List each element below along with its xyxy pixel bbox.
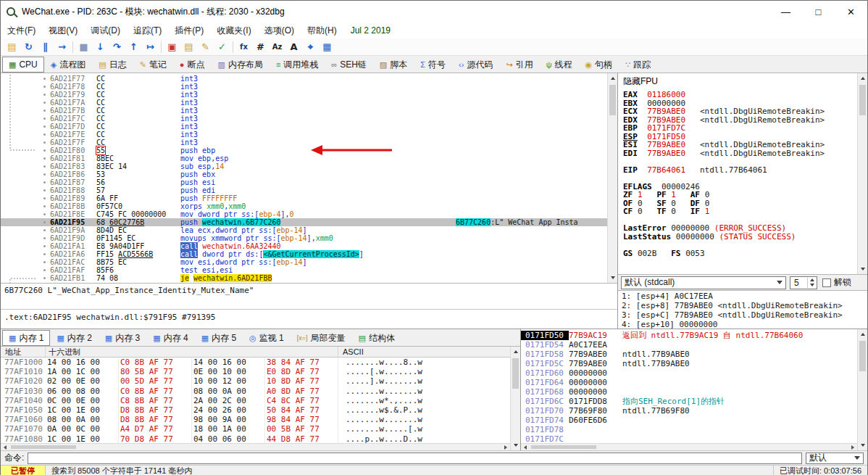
breakpoint-dot[interactable] (41, 123, 50, 131)
tab-call-stack[interactable]: ≡调用堆栈 (270, 57, 325, 73)
disasm-row[interactable]: 6AD21F7BCCint3 (1, 107, 607, 115)
hide-fpu-button[interactable]: 隐藏FPU (623, 75, 856, 91)
dump-row[interactable]: 77AF100014 00 16 00C0 8B AF 7714 00 16 0… (1, 358, 510, 367)
tab-handles[interactable]: ◉句柄 (578, 57, 619, 73)
argument-row[interactable]: 3: [esp+C] 77B9ABE0 <ntdll.DbgUiRemoteBr… (622, 310, 864, 320)
dump-row[interactable]: 77AF102002 00 0E 0000 5D AF 7710 00 12 0… (1, 376, 510, 386)
dump-row[interactable]: 77AF103006 00 08 00C0 8B AF 7708 00 0A 0… (1, 387, 510, 396)
scroll-thumb[interactable] (531, 445, 596, 449)
string-search-icon[interactable]: A (285, 39, 302, 54)
disasm-row[interactable]: 6AD21F7DCCint3 (1, 123, 607, 131)
breakpoint-dot[interactable] (41, 107, 50, 115)
disasm-row[interactable]: 6AD21F8857push edi (1, 186, 607, 194)
breakpoint-dot[interactable] (41, 250, 50, 258)
breakpoint-dot[interactable] (41, 162, 50, 170)
disasm-row[interactable]: 6AD21F79CCint3 (1, 91, 607, 99)
dump-row[interactable]: 77AF10101A 00 1C 0080 5B AF 770E 00 10 0… (1, 367, 510, 376)
dump-row[interactable]: 77AF10501C 00 1E 00D8 8B AF 7724 00 26 0… (1, 405, 510, 415)
register-row[interactable]: ESP 0171FD50 (623, 133, 856, 141)
scroll-thumb[interactable] (11, 445, 76, 449)
disasm-row[interactable]: 6AD21F7FCCint3 (1, 139, 607, 146)
dump-row[interactable]: 77AF10801C 00 1E 0070 D8 AF 7704 00 06 0… (1, 434, 510, 444)
tab-graph[interactable]: ◈流程图 (44, 57, 92, 73)
register-row[interactable]: CF 0 TF 0 IF 1 (623, 207, 856, 216)
disasm-row[interactable]: 6AD21F896A FFpush FFFFFFFF (1, 194, 607, 202)
scroll-thumb[interactable] (859, 341, 866, 371)
menu-item[interactable]: 调试(D) (84, 22, 127, 39)
disasm-vscrollbar[interactable] (607, 73, 617, 283)
breakpoint-dot[interactable] (41, 99, 50, 107)
breakpoint-dot[interactable] (41, 154, 50, 162)
step-out-icon[interactable]: ↑ (125, 39, 142, 54)
menu-item[interactable]: 收藏夹(I) (210, 22, 257, 39)
disasm-row[interactable]: 6AD21F9D0F1145 ECmovups xmmword ptr ss:[… (1, 234, 607, 242)
disasm-row[interactable]: 6AD21F8055push ebp (1, 146, 607, 154)
bottom-tab-watch1[interactable]: ◎监视 1 (243, 330, 291, 346)
disasm-row[interactable]: 6AD21F8EC745 FC 00000000mov dword ptr ss… (1, 210, 607, 218)
register-row[interactable]: ESI 77B9ABE0 <ntdll.DbgUiRemoteBreakin> (623, 141, 856, 149)
disasm-row[interactable]: 6AD21FAF85F6test esi,esi (1, 266, 607, 274)
open-file-icon[interactable]: ▤ (4, 39, 20, 54)
menu-item[interactable]: 视图(V) (42, 22, 84, 39)
scroll-down-arrow[interactable] (511, 440, 520, 450)
stack-row[interactable]: 0171FD6C0171FDD8指向SEH_Record[1]的指针 (521, 397, 857, 406)
disasm-row[interactable]: 6AD21FB174 08je wechatwin.6AD21FBB (1, 274, 607, 282)
menu-item[interactable]: 插件(P) (168, 22, 210, 39)
breakpoint-dot[interactable] (41, 226, 50, 234)
stack-row[interactable]: 0171FD78 (521, 425, 857, 434)
argument-row[interactable]: 4: [esp+10] 00000000 (622, 320, 864, 329)
tab-cpu[interactable]: ▦CPU (2, 57, 44, 73)
pause-icon[interactable]: ∥ (37, 39, 54, 54)
scroll-left-arrow[interactable] (1, 444, 9, 450)
hash-icon[interactable]: # (252, 39, 269, 54)
run-to-user-icon[interactable]: ↦ (142, 39, 159, 54)
disasm-row[interactable]: 6AD21F8756push esi (1, 178, 607, 186)
step-over-icon[interactable]: ↷ (109, 39, 125, 54)
stack-row[interactable]: 0171FD5077B9AC19返回到 ntdll.77B9AC19 自 ntd… (521, 331, 857, 340)
breakpoint-dot[interactable] (41, 139, 50, 146)
command-profile-select[interactable]: 默认 (806, 453, 864, 464)
register-row[interactable]: EAX 01186000 (623, 91, 856, 99)
register-row[interactable]: GS 002B FS 0053 (623, 249, 856, 258)
comment-icon[interactable]: ✎ (197, 39, 214, 54)
register-row[interactable]: ECX 77B9ABE0 <ntdll.DbgUiRemoteBreakin> (623, 107, 856, 116)
breakpoint-dot[interactable] (41, 75, 50, 83)
disasm-row[interactable]: 6AD21F9A8D4D EClea ecx,dword ptr ss:[ebp… (1, 226, 607, 234)
stop-icon[interactable]: ■ (75, 39, 92, 54)
register-row[interactable]: EBX 00000000 (623, 99, 856, 108)
scroll-thumb[interactable] (859, 85, 866, 115)
register-row[interactable]: EIP 77B64061 ntdll.77B64061 (623, 166, 856, 175)
dump-row[interactable]: 77AF10700A 00 0C 00A4 D7 AF 7718 00 1A 0… (1, 424, 510, 434)
tab-notes[interactable]: ✎笔记 (133, 57, 173, 73)
restart-icon[interactable]: ↻ (20, 39, 37, 54)
tab-script[interactable]: ▨脚本 (373, 57, 414, 73)
fx-icon[interactable]: fx (235, 39, 252, 54)
step-into-icon[interactable]: ↓ (92, 39, 109, 54)
register-row[interactable]: EDI 77B9ABE0 <ntdll.DbgUiRemoteBreakin> (623, 149, 856, 158)
disasm-row[interactable]: 6AD21F8B0F57C0xorps xmm0,xmm0 (1, 202, 607, 210)
disasm-row[interactable]: 6AD21FA6FF15 ACD5566Bcall dword ptr ds:[… (1, 250, 607, 258)
check-icon[interactable]: ✓ (214, 39, 230, 54)
disasm-row[interactable]: 6AD21FA1E8 9A04D1FFcall wechatwin.6AA324… (1, 242, 607, 250)
menu-item[interactable]: 帮助(H) (301, 22, 343, 39)
scroll-up-arrow[interactable] (608, 73, 617, 83)
stack-row[interactable]: 0171FD5877B9ABE0ntdll.77B9ABE0 (521, 350, 857, 359)
register-row[interactable]: EBP 0171FD7C (623, 124, 856, 133)
register-row[interactable]: LastStatus 00000000 (STATUS_SUCCESS) (623, 233, 856, 241)
stack-vscrollbar[interactable] (857, 329, 867, 450)
memory-map-icon[interactable]: ▦ (319, 39, 335, 54)
tab-trace[interactable]: ∵跟踪 (619, 57, 657, 73)
spinner-arrows[interactable] (807, 278, 816, 288)
scroll-right-arrow[interactable] (501, 444, 510, 450)
dump-row[interactable]: 77AF10400C 00 0E 00C8 8B AF 772A 00 2C 0… (1, 396, 510, 405)
stack-row[interactable]: 0171FD74D60FE6D6 (521, 416, 857, 425)
disasm-row[interactable]: 6AD21FAC8B75 ECmov esi,dword ptr ss:[ebp… (1, 258, 607, 266)
register-row[interactable]: ZF 1 PF 1 AF 0 (623, 191, 856, 199)
stack-row[interactable]: 0171FD6400000000 (521, 378, 857, 387)
menu-item[interactable]: 追踪(T) (127, 22, 168, 39)
tab-memory-map[interactable]: ▥内存布局 (212, 57, 270, 73)
scroll-left-arrow[interactable] (521, 444, 530, 450)
scroll-up-arrow[interactable] (858, 329, 867, 339)
disasm-row[interactable]: 6AD21F7ACCint3 (1, 99, 607, 107)
scroll-thumb[interactable] (512, 358, 519, 389)
